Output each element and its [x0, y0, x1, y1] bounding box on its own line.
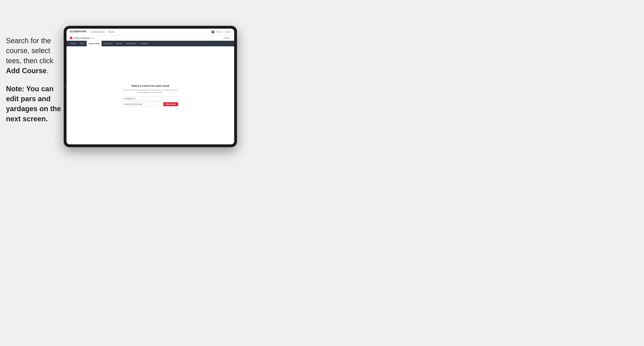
tournament-icon: C	[70, 37, 72, 39]
tournament-title: C Clippd Invitational (Men)	[70, 37, 95, 39]
chevron-icon[interactable]: ⌄	[159, 103, 160, 105]
tab-teams[interactable]: Teams	[78, 41, 86, 46]
tournament-badge: (Men)	[90, 37, 95, 39]
tab-results[interactable]: Results	[114, 41, 124, 46]
tablet-side-button	[65, 85, 66, 88]
tournament-header: C Clippd Invitational (Men) Cancel ✕	[66, 35, 234, 41]
tournament-name: Clippd Invitational	[74, 37, 90, 39]
top-navigation: SCOREBOARD Powered by clippd TOURNAMENTS…	[66, 29, 234, 35]
sign-out-link[interactable]: Sign out	[225, 31, 231, 33]
tee-select-controls: ✕ ⌄	[157, 103, 160, 105]
annotation-text: Search for the course, select tees, then…	[6, 36, 62, 132]
main-content: Select a course for each round Search fo…	[66, 46, 234, 144]
tab-printables[interactable]: Printables	[138, 41, 150, 46]
logo-main: SCOREBOARD	[70, 30, 86, 33]
logo: SCOREBOARD Powered by clippd	[70, 30, 86, 34]
add-course-annotation: Add Course	[6, 67, 46, 75]
tee-select[interactable]: Gold (M) (M) (7010 yds) ✕ ⌄	[122, 102, 162, 106]
nav-left: SCOREBOARD Powered by clippd TOURNAMENTS…	[70, 30, 114, 34]
tablet-screen: SCOREBOARD Powered by clippd TOURNAMENTS…	[66, 29, 234, 144]
tablet-frame: SCOREBOARD Powered by clippd TOURNAMENTS…	[64, 26, 237, 147]
user-name: Test User	[216, 31, 222, 33]
nav-links: TOURNAMENTS TEAMS	[90, 31, 114, 33]
nav-tournaments[interactable]: TOURNAMENTS	[90, 31, 105, 33]
add-course-button[interactable]: Add Course	[163, 102, 178, 106]
note-annotation: Note: You can edit pars and yardages on …	[6, 85, 61, 123]
tab-course-setup[interactable]: Course Setup	[86, 41, 102, 46]
tab-bar: Details Teams Course Setup Tee Groups Re…	[66, 41, 234, 46]
nav-right: T Test User | Sign out	[211, 30, 231, 34]
panel-title: Select a course for each round	[122, 84, 178, 87]
tee-select-row: Gold (M) (M) (7010 yds) ✕ ⌄ Add Course	[122, 102, 178, 106]
cancel-button[interactable]: Cancel ✕	[223, 37, 231, 39]
logo-sub: Powered by clippd	[70, 33, 86, 34]
panel-description: Search for a course and select a tee. Yo…	[122, 89, 178, 94]
clear-icon[interactable]: ✕	[157, 103, 158, 105]
nav-teams[interactable]: TEAMS	[108, 31, 114, 33]
tab-details[interactable]: Details	[68, 41, 78, 46]
tee-value: Gold (M) (M) (7010 yds)	[124, 103, 142, 105]
course-search-input[interactable]	[122, 96, 178, 101]
tab-leaderboards[interactable]: Leaderboards	[124, 41, 138, 46]
tab-tee-groups[interactable]: Tee Groups	[102, 41, 114, 46]
user-avatar: T	[211, 30, 214, 34]
course-setup-panel: Select a course for each round Search fo…	[122, 84, 178, 106]
